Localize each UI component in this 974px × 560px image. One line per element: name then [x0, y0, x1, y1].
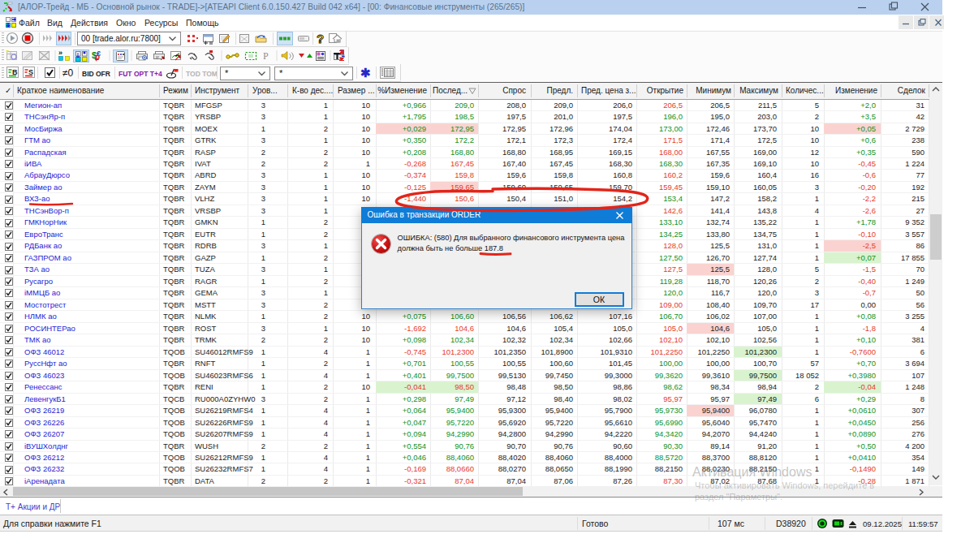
svg-text:B: B [12, 68, 18, 76]
svg-text:₽: ₽ [95, 54, 100, 62]
svg-text:»: » [58, 49, 62, 57]
svg-text:P: P [263, 50, 269, 62]
svg-text:S: S [28, 68, 33, 76]
svg-text:?: ? [317, 32, 324, 45]
